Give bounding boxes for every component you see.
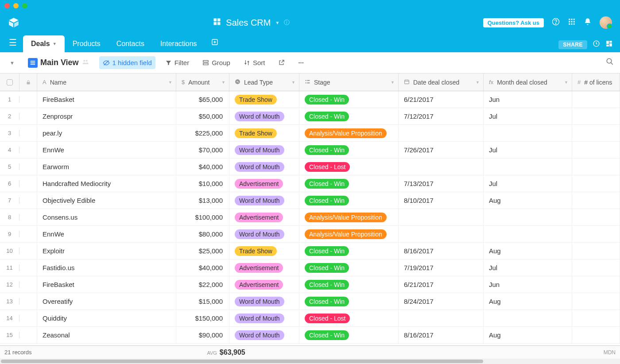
- app-logo-icon[interactable]: [8, 17, 19, 28]
- cell-lead[interactable]: Word of Mouth: [229, 293, 299, 310]
- column-header-stage[interactable]: Stage▼: [299, 74, 399, 91]
- cell-month[interactable]: Jul: [484, 175, 572, 192]
- cell-date[interactable]: [399, 310, 484, 326]
- cell-amount[interactable]: $13,000: [176, 192, 229, 209]
- apps-icon[interactable]: [568, 18, 576, 28]
- cell-month[interactable]: Jul: [484, 142, 572, 158]
- cell-name[interactable]: Zenprospr: [37, 108, 176, 124]
- cell-amount[interactable]: $40,000: [176, 259, 229, 276]
- row-number[interactable]: 13: [0, 298, 19, 305]
- row-number[interactable]: 1: [0, 96, 19, 103]
- row-number[interactable]: 8: [0, 214, 19, 221]
- cell-lead[interactable]: Advertisement: [229, 276, 299, 293]
- cell-stage[interactable]: Closed - Win: [299, 327, 399, 343]
- cell-stage[interactable]: Analysis/Value Proposition: [299, 226, 399, 242]
- cell-licenses[interactable]: [572, 142, 620, 158]
- cell-name[interactable]: Consens.us: [37, 209, 176, 225]
- column-header-amount[interactable]: $ Amount▼: [176, 74, 229, 91]
- column-header-date[interactable]: Date deal closed▼: [399, 74, 484, 91]
- cell-month[interactable]: Aug: [484, 327, 572, 343]
- cell-licenses[interactable]: [572, 226, 620, 242]
- help-icon[interactable]: [552, 18, 560, 28]
- cell-month[interactable]: [484, 226, 572, 242]
- row-number[interactable]: 6: [0, 180, 19, 187]
- cell-month[interactable]: [484, 159, 572, 175]
- group-button[interactable]: Group: [199, 56, 234, 69]
- more-options-icon[interactable]: ···: [294, 56, 307, 69]
- column-header-name[interactable]: A Name▼: [37, 74, 176, 91]
- row-number[interactable]: 12: [0, 281, 19, 288]
- cell-stage[interactable]: Analysis/Value Proposition: [299, 125, 399, 141]
- table-row[interactable]: 10Exploitr$25,000Trade ShowClosed - Win8…: [0, 243, 620, 259]
- cell-licenses[interactable]: [572, 91, 620, 108]
- info-icon[interactable]: ⓘ: [284, 19, 290, 27]
- cell-amount[interactable]: $10,000: [176, 175, 229, 192]
- cell-lead[interactable]: Trade Show: [229, 243, 299, 259]
- sidebar-toggle-icon[interactable]: ☰: [5, 37, 23, 52]
- cell-date[interactable]: 7/26/2017: [399, 142, 484, 158]
- table-row[interactable]: 13Overeatify$15,000Word of MouthClosed -…: [0, 293, 620, 310]
- cell-month[interactable]: Jun: [484, 276, 572, 293]
- cell-stage[interactable]: Closed - Win: [299, 91, 399, 108]
- row-number[interactable]: 14: [0, 315, 19, 321]
- cell-month[interactable]: Jun: [484, 91, 572, 108]
- tab-products[interactable]: Products: [65, 35, 108, 52]
- cell-lead[interactable]: Word of Mouth: [229, 108, 299, 124]
- cell-amount[interactable]: $65,000: [176, 91, 229, 108]
- cell-amount[interactable]: $25,000: [176, 243, 229, 259]
- row-number[interactable]: 11: [0, 264, 19, 271]
- cell-name[interactable]: Handcrafted Mediocrity: [37, 175, 176, 192]
- table-row[interactable]: 6Handcrafted Mediocrity$10,000Advertisem…: [0, 175, 620, 192]
- cell-month[interactable]: [484, 310, 572, 326]
- cell-month[interactable]: Aug: [484, 243, 572, 259]
- cell-amount[interactable]: $225,000: [176, 125, 229, 141]
- cell-lead[interactable]: Word of Mouth: [229, 327, 299, 343]
- tab-contacts[interactable]: Contacts: [108, 35, 152, 52]
- cell-amount[interactable]: $22,000: [176, 276, 229, 293]
- cell-licenses[interactable]: [572, 192, 620, 209]
- cell-name[interactable]: Zeasonal: [37, 327, 176, 343]
- cell-licenses[interactable]: [572, 327, 620, 343]
- column-header-month[interactable]: fx Month deal closed▼: [484, 74, 572, 91]
- cell-lead[interactable]: Advertisement: [229, 259, 299, 276]
- cell-licenses[interactable]: [572, 310, 620, 326]
- cell-stage[interactable]: Closed - Lost: [299, 310, 399, 326]
- close-window-button[interactable]: [4, 3, 10, 8]
- cell-name[interactable]: Overeatify: [37, 293, 176, 310]
- cell-lead[interactable]: Trade Show: [229, 91, 299, 108]
- minimize-window-button[interactable]: [13, 3, 19, 8]
- cell-lead[interactable]: Word of Mouth: [229, 192, 299, 209]
- table-row[interactable]: 5Earworm$40,000Word of MouthClosed - Los…: [0, 159, 620, 175]
- cell-name[interactable]: Quiddity: [37, 310, 176, 326]
- cell-lead[interactable]: Word of Mouth: [229, 310, 299, 326]
- cell-lead[interactable]: Advertisement: [229, 209, 299, 225]
- cell-date[interactable]: 7/12/2017: [399, 108, 484, 124]
- cell-date[interactable]: 8/10/2017: [399, 192, 484, 209]
- table-row[interactable]: 8Consens.us$100,000AdvertisementAnalysis…: [0, 209, 620, 226]
- cell-date[interactable]: 7/13/2017: [399, 175, 484, 192]
- cell-date[interactable]: 8/16/2017: [399, 243, 484, 259]
- cell-lead[interactable]: Trade Show: [229, 125, 299, 141]
- cell-amount[interactable]: $15,000: [176, 293, 229, 310]
- search-icon[interactable]: [606, 58, 614, 68]
- hidden-fields-button[interactable]: 1 hidden field: [99, 56, 155, 69]
- table-row[interactable]: 14Quiddity$150,000Word of MouthClosed - …: [0, 310, 620, 327]
- cell-amount[interactable]: $70,000: [176, 142, 229, 158]
- cell-stage[interactable]: Closed - Win: [299, 142, 399, 158]
- cell-amount[interactable]: $100,000: [176, 209, 229, 225]
- row-number[interactable]: 2: [0, 113, 19, 120]
- cell-date[interactable]: 6/21/2017: [399, 91, 484, 108]
- cell-name[interactable]: Earworm: [37, 159, 176, 175]
- cell-stage[interactable]: Closed - Win: [299, 243, 399, 259]
- cell-date[interactable]: 7/19/2017: [399, 259, 484, 276]
- table-row[interactable]: 4EnnWe$70,000Word of MouthClosed - Win7/…: [0, 142, 620, 159]
- cell-date[interactable]: 8/24/2017: [399, 293, 484, 310]
- cell-lead[interactable]: Word of Mouth: [229, 159, 299, 175]
- cell-stage[interactable]: Closed - Win: [299, 192, 399, 209]
- cell-licenses[interactable]: [572, 243, 620, 259]
- user-avatar[interactable]: [600, 16, 612, 29]
- month-summary[interactable]: MDN: [604, 349, 616, 356]
- cell-date[interactable]: [399, 226, 484, 242]
- cell-licenses[interactable]: [572, 159, 620, 175]
- cell-month[interactable]: Jul: [484, 108, 572, 124]
